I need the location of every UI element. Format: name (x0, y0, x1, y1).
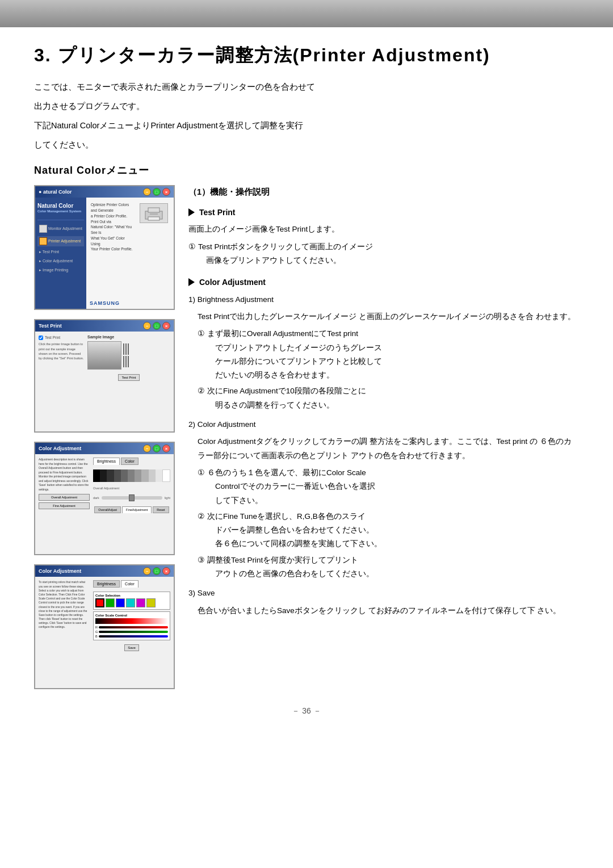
save-body: 色合いが合いましたらSaveボタンをクリックし てお好みのファイルネームを付けて… (198, 604, 579, 618)
sc3-slider: dark light (93, 496, 170, 500)
gray-8 (149, 469, 156, 482)
nav-image-printing[interactable]: ▸ Image Printing (37, 267, 84, 274)
swatch-red[interactable] (95, 598, 104, 607)
r-slider-row: R (95, 626, 168, 629)
sc3-tab-brightness[interactable]: Brightness (93, 458, 120, 465)
gray-5 (128, 469, 135, 482)
swatch-yellow[interactable] (146, 598, 156, 607)
slider-thumb[interactable] (129, 494, 135, 501)
triangle-icon-1 (188, 208, 195, 216)
c-step-num-2: ② (198, 510, 205, 551)
color-patches (123, 343, 129, 367)
sc2-right: Sample Image (87, 335, 170, 428)
color-swatches (95, 598, 168, 607)
c-step-num-1: ① (198, 466, 205, 508)
sc2-bottom: Test Print (87, 374, 170, 381)
sc3-body: Adjustment description text is shown her… (35, 454, 174, 554)
fine-tab[interactable]: FineAdjustment (122, 506, 152, 513)
nav-monitor-adjustment[interactable]: Monitor Adjustment (37, 224, 84, 234)
color-adj-step3-text: 調整後Test Printを何度か実行してプリント アウトの色と画像の色合わをし… (207, 553, 374, 581)
section-title: Natural Colorメニュー (34, 163, 579, 177)
screenshot-natural-color: ● atural Color － □ × Natural Color Color… (34, 185, 175, 310)
reset-tab[interactable]: Reset (153, 506, 169, 513)
save-label: 3) Save (188, 586, 579, 600)
test-print-button[interactable]: Test Print (118, 374, 139, 381)
sc3-maximize[interactable]: □ (153, 445, 161, 452)
patch-magenta (125, 356, 127, 367)
b-step-num-2: ② (198, 384, 205, 412)
sc1-logo: Natural Color Color Management System (37, 202, 84, 214)
sc4-save-button[interactable]: Save (124, 644, 139, 651)
sc4-titlebar: Color Adjustment － □ × (35, 565, 174, 577)
sc2-maximize[interactable]: □ (153, 322, 161, 330)
brightness-step1: ① まず最初にOverall AdjustmentにてTest print でプ… (198, 327, 579, 382)
g-slider-row: G (95, 630, 168, 634)
sc3-tab-color[interactable]: Color (121, 458, 138, 465)
color-scale-box: Color Scale Control R G (93, 611, 170, 640)
sc1-sidebar: Natural Color Color Management System Mo… (35, 198, 86, 309)
overall-adjustment-btn[interactable]: Overall Adjustment (39, 494, 90, 501)
g-label: G (95, 630, 98, 634)
gray-1 (100, 469, 107, 482)
sc3-left-text: Adjustment description text is shown her… (39, 458, 90, 551)
close-button[interactable]: × (162, 188, 170, 196)
color-adj-step3: ③ 調整後Test Printを何度か実行してプリント アウトの色と画像の色合わ… (198, 553, 579, 581)
sc3-close[interactable]: × (162, 445, 170, 452)
sc4-body: To start printing colors that match what… (35, 577, 174, 688)
patch-green (125, 343, 127, 355)
intro-text-4: してください。 (34, 137, 579, 152)
brightness-step1-text: まず最初にOverall AdjustmentにてTest print でプリン… (207, 327, 382, 382)
sc4-title-text: Color Adjustment (39, 568, 81, 574)
sc4-close[interactable]: × (162, 567, 170, 575)
sc3-minimize[interactable]: － (143, 445, 151, 452)
step-num-1: ① (188, 240, 196, 268)
patch-yellow (128, 356, 129, 367)
swatch-magenta[interactable] (136, 598, 145, 607)
sc2-close[interactable]: × (162, 322, 170, 330)
page-number: － 36 － (34, 706, 579, 716)
save-section: 3) Save 色合いが合いましたらSaveボタンをクリックし てお好みのファイ… (188, 586, 579, 618)
color-adj-step1: ① ６色のうち１色を選んで、最初にColor Scale Controlでそのカ… (198, 466, 579, 508)
brightness-step2-text: 次にFine Adjustmentで10段階の各段階ごとに 明るさの調整を行って… (207, 384, 366, 412)
slider-track (102, 496, 162, 500)
sc2-body: Test Print Click the printer Image butto… (35, 332, 174, 431)
screenshot-color-adj-brightness: Color Adjustment － □ × Adjustment descri… (34, 442, 175, 555)
swatch-cyan[interactable] (126, 598, 135, 607)
page-title: 3. プリンターカラー調整方法(Printer Adjustment) (34, 43, 579, 68)
swatch-blue[interactable] (116, 598, 125, 607)
red-scale (95, 618, 168, 624)
sc4-tab-brightness[interactable]: Brightness (93, 580, 120, 588)
sc4-tab-color[interactable]: Color (121, 580, 138, 588)
sc4-minimize[interactable]: － (143, 567, 151, 575)
b-label: B (95, 635, 98, 638)
samsung-logo: SAMSUNG (90, 300, 120, 307)
minimize-button[interactable]: － (143, 188, 151, 196)
maximize-button[interactable]: □ (153, 188, 161, 196)
patch-red (123, 343, 124, 355)
test-print-header: Test Print (188, 206, 579, 220)
svg-rect-1 (148, 208, 159, 212)
rgb-sliders: R G B (95, 626, 168, 638)
left-column: ● atural Color － □ × Natural Color Color… (34, 185, 175, 689)
swatch-green[interactable] (106, 598, 115, 607)
gray-2 (107, 469, 114, 482)
nav-printer-adjustment[interactable]: Printer Adjustment (37, 236, 84, 246)
overall-tab[interactable]: OverallAdjust (94, 506, 121, 513)
sc4-maximize[interactable]: □ (153, 567, 161, 575)
color-scale-label: Color Scale Control (95, 614, 168, 617)
sc2-titlebar: Test Print － □ × (35, 320, 174, 332)
test-print-checkbox[interactable] (39, 336, 43, 340)
screenshot-color-adj-color: Color Adjustment － □ × To start printing… (34, 564, 175, 689)
gray-6 (135, 469, 141, 482)
triangle-icon-2 (188, 278, 195, 286)
nav-test-print[interactable]: ▸ Test Print (37, 249, 84, 255)
sc2-minimize[interactable]: － (143, 322, 151, 330)
brightness-body: Test Printで出力したグレースケールイメージ と画面上のグレースケールイ… (198, 310, 579, 324)
nav-color-adjustment[interactable]: ▸ Color Adjustment (37, 258, 84, 265)
screenshot-test-print: Test Print － □ × Test Print Cli (34, 319, 175, 433)
r-label: R (95, 626, 98, 629)
fine-adjustment-btn[interactable]: Fine Adjustment (39, 502, 90, 509)
gray-4 (121, 469, 128, 482)
gray-7 (141, 469, 148, 482)
gray-10 (162, 469, 170, 482)
